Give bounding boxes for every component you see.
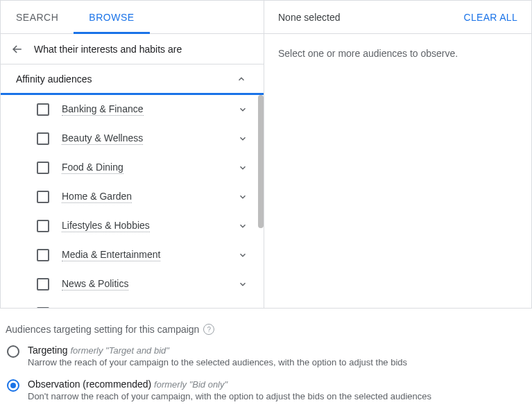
radio-targeting[interactable]: Targeting formerly "Target and bid" Narr…	[6, 345, 526, 367]
clear-all-button[interactable]: CLEAR ALL	[464, 12, 517, 23]
radio-observation[interactable]: Observation (recommended) formerly "Bid …	[6, 379, 526, 401]
category-item[interactable]: Food & Dining	[1, 153, 264, 182]
settings-title-row: Audiences targeting setting for this cam…	[6, 324, 526, 335]
category-item[interactable]: Beauty & Wellness	[1, 124, 264, 153]
tabs: SEARCH BROWSE	[1, 1, 264, 34]
radio-description: Narrow the reach of your campaign to the…	[28, 357, 526, 367]
tab-browse[interactable]: BROWSE	[74, 1, 149, 33]
selection-count: None selected	[278, 12, 341, 23]
radio-former-label: formerly "Bid only"	[154, 379, 228, 390]
chevron-down-icon	[236, 190, 250, 204]
scrollbar[interactable]	[258, 95, 264, 228]
radio-label: Observation (recommended)	[28, 379, 151, 390]
category-item[interactable]: Lifestyles & Hobbies	[1, 211, 264, 241]
category-item[interactable]: News & Politics	[1, 270, 264, 299]
category-label: Shoppers	[62, 307, 103, 308]
radio-former-label: formerly "Target and bid"	[70, 345, 169, 356]
radio-label: Targeting	[28, 345, 68, 356]
chevron-down-icon	[236, 248, 250, 262]
category-label: Media & Entertainment	[62, 249, 160, 261]
category-list: Banking & FinanceBeauty & WellnessFood &…	[1, 95, 264, 308]
category-label: Home & Garden	[62, 191, 132, 203]
checkbox[interactable]	[37, 249, 49, 261]
radio-button[interactable]	[7, 345, 19, 358]
checkbox[interactable]	[37, 162, 49, 174]
category-label: Lifestyles & Hobbies	[62, 220, 150, 232]
category-label: Banking & Finance	[62, 103, 144, 116]
selection-header: None selected CLEAR ALL	[264, 1, 531, 34]
left-panel: SEARCH BROWSE What their interests and h…	[1, 1, 264, 308]
radio-button[interactable]	[7, 379, 19, 392]
chevron-down-icon	[236, 219, 250, 233]
category-label: Food & Dining	[62, 162, 123, 174]
checkbox[interactable]	[37, 278, 49, 291]
checkbox[interactable]	[37, 307, 49, 308]
audience-picker: SEARCH BROWSE What their interests and h…	[0, 0, 532, 309]
category-label: Beauty & Wellness	[62, 132, 143, 145]
category-item[interactable]: Media & Entertainment	[1, 241, 264, 270]
category-item[interactable]: Banking & Finance	[1, 95, 264, 124]
settings-title: Audiences targeting setting for this cam…	[6, 324, 199, 335]
chevron-down-icon	[236, 277, 250, 291]
help-icon[interactable]: ?	[203, 324, 214, 335]
chevron-down-icon	[236, 132, 250, 146]
category-label: News & Politics	[62, 278, 128, 291]
section-title: Affinity audiences	[16, 73, 92, 85]
section-affinity-audiences[interactable]: Affinity audiences	[1, 64, 264, 95]
back-arrow-icon[interactable]	[9, 41, 26, 58]
breadcrumb-text: What their interests and habits are	[34, 44, 182, 55]
chevron-down-icon	[236, 103, 250, 116]
chevron-up-icon	[234, 72, 248, 86]
category-item[interactable]: Shoppers	[1, 299, 264, 308]
targeting-settings: Audiences targeting setting for this cam…	[0, 309, 532, 413]
chevron-down-icon	[236, 161, 250, 175]
tab-search[interactable]: SEARCH	[1, 1, 74, 33]
category-item[interactable]: Home & Garden	[1, 182, 264, 211]
chevron-down-icon	[236, 306, 250, 308]
checkbox[interactable]	[37, 220, 49, 232]
radio-description: Don't narrow the reach of your campaign,…	[28, 391, 526, 401]
breadcrumb: What their interests and habits are	[1, 34, 264, 64]
checkbox[interactable]	[37, 132, 49, 145]
selection-empty-hint: Select one or more audiences to observe.	[264, 34, 531, 73]
checkbox[interactable]	[37, 103, 49, 116]
right-panel: None selected CLEAR ALL Select one or mo…	[264, 1, 531, 308]
checkbox[interactable]	[37, 191, 49, 203]
